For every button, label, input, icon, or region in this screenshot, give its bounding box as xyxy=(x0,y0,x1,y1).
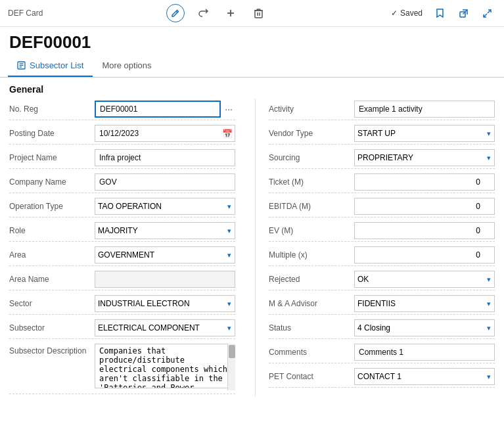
input-multiple[interactable] xyxy=(354,246,495,263)
control-area-name xyxy=(95,271,235,288)
control-project-name xyxy=(95,149,235,166)
select-ma-advisor[interactable]: FIDENTIIS xyxy=(354,295,495,312)
field-multiple: Multiple (x) xyxy=(269,244,495,266)
field-no-reg: No. Reg ··· xyxy=(9,99,235,120)
add-button[interactable] xyxy=(221,4,240,22)
label-ebitda: EBITDA (M) xyxy=(269,202,354,211)
field-status: Status 4 Closing xyxy=(269,317,495,339)
control-ev xyxy=(354,222,495,239)
field-comments: Comments xyxy=(269,342,495,363)
field-ebitda: EBITDA (M) xyxy=(269,196,495,218)
page-title: DEF00001 xyxy=(0,27,504,55)
edit-button[interactable] xyxy=(166,4,185,22)
expand-button[interactable] xyxy=(478,4,496,22)
list-icon xyxy=(17,61,26,70)
open-new-button[interactable] xyxy=(454,4,472,22)
input-area-name[interactable] xyxy=(95,271,235,288)
control-pet-contact: CONTACT 1 xyxy=(354,368,495,385)
label-ma-advisor: M & A Advisor xyxy=(269,299,354,308)
label-subsector-desc: Subsector Description xyxy=(9,344,95,355)
input-project-name[interactable] xyxy=(95,149,235,166)
label-ev: EV (M) xyxy=(269,226,354,235)
field-ev: EV (M) xyxy=(269,220,495,242)
window-controls xyxy=(430,4,496,22)
control-activity xyxy=(354,101,495,118)
select-vendor-type[interactable]: START UP xyxy=(354,125,495,142)
textarea-subsector-desc[interactable]: Companies that produce/distribute electr… xyxy=(95,344,235,388)
label-rejected: Rejected xyxy=(269,275,354,284)
input-posting-date[interactable] xyxy=(95,125,235,142)
input-ebitda[interactable] xyxy=(354,198,495,215)
label-company-name: Company Name xyxy=(9,177,95,187)
label-area-name: Area Name xyxy=(9,275,95,284)
select-pet-contact[interactable]: CONTACT 1 xyxy=(354,368,495,385)
scrollbar[interactable] xyxy=(227,344,235,390)
control-status: 4 Closing xyxy=(354,319,495,336)
field-ticket: Ticket (M) xyxy=(269,172,495,193)
input-company-name[interactable] xyxy=(95,173,235,191)
tab-more-options-label: More options xyxy=(102,60,151,70)
control-sector: INDUSTRIAL ELECTRON xyxy=(95,295,235,312)
app-title: DEF Card xyxy=(8,9,43,18)
label-area: Area xyxy=(9,250,95,260)
field-pet-contact: PET Contact CONTACT 1 xyxy=(269,366,495,388)
bookmark-button[interactable] xyxy=(430,4,449,22)
share-button[interactable] xyxy=(194,4,212,22)
label-sourcing: Sourcing xyxy=(269,153,354,162)
select-area[interactable]: GOVERNMENT xyxy=(95,246,235,263)
label-multiple: Multiple (x) xyxy=(269,250,354,260)
label-subsector: Subsector xyxy=(9,323,95,332)
control-ticket xyxy=(354,173,495,191)
control-role: MAJORITY xyxy=(95,222,235,239)
input-ev[interactable] xyxy=(354,222,495,239)
select-subsector[interactable]: ELECTRICAL COMPONENT xyxy=(95,319,235,336)
control-posting-date: 📅 xyxy=(95,125,235,142)
field-activity: Activity xyxy=(269,99,495,120)
input-activity[interactable] xyxy=(354,101,495,118)
tabs-bar: Subsector List More options xyxy=(0,55,504,78)
select-sourcing[interactable]: PROPRIETARY xyxy=(354,149,495,166)
control-ebitda xyxy=(354,198,495,215)
control-subsector-desc: Companies that produce/distribute electr… xyxy=(95,344,235,390)
control-company-name xyxy=(95,173,235,191)
control-vendor-type: START UP xyxy=(354,125,495,142)
label-ticket: Ticket (M) xyxy=(269,177,354,187)
input-comments[interactable] xyxy=(354,344,495,361)
field-posting-date: Posting Date 📅 xyxy=(9,123,235,145)
field-area: Area GOVERNMENT xyxy=(9,244,235,266)
column-divider xyxy=(255,99,256,397)
select-sector[interactable]: INDUSTRIAL ELECTRON xyxy=(95,295,235,312)
control-sourcing: PROPRIETARY xyxy=(354,149,495,166)
control-comments xyxy=(354,344,495,361)
delete-button[interactable] xyxy=(249,4,267,22)
top-bar: DEF Card xyxy=(0,0,504,27)
input-no-reg[interactable] xyxy=(95,101,221,118)
control-multiple xyxy=(354,246,495,263)
field-sector: Sector INDUSTRIAL ELECTRON xyxy=(9,293,235,315)
input-ticket[interactable] xyxy=(354,173,495,191)
label-sector: Sector xyxy=(9,299,95,308)
form-area: No. Reg ··· Posting Date 📅 Project Name xyxy=(0,99,504,397)
tab-more-options[interactable]: More options xyxy=(93,55,160,77)
control-area: GOVERNMENT xyxy=(95,246,235,263)
field-role: Role MAJORITY xyxy=(9,220,235,242)
label-no-reg: No. Reg xyxy=(9,104,95,114)
label-activity: Activity xyxy=(269,104,354,114)
control-subsector: ELECTRICAL COMPONENT xyxy=(95,319,235,336)
label-status: Status xyxy=(269,323,354,332)
label-pet-contact: PET Contact xyxy=(269,372,354,381)
right-column: Activity Vendor Type START UP Sourcing xyxy=(262,99,495,397)
label-vendor-type: Vendor Type xyxy=(269,129,354,138)
select-status[interactable]: 4 Closing xyxy=(354,319,495,336)
tab-subsector-list[interactable]: Subsector List xyxy=(8,55,93,77)
select-role[interactable]: MAJORITY xyxy=(95,222,235,239)
field-company-name: Company Name xyxy=(9,172,235,193)
scrollbar-thumb xyxy=(229,345,235,358)
section-general: General xyxy=(0,78,504,99)
no-reg-dots-button[interactable]: ··· xyxy=(222,104,235,114)
toolbar-actions xyxy=(51,4,383,22)
select-rejected[interactable]: OK xyxy=(354,271,495,288)
field-project-name: Project Name xyxy=(9,147,235,169)
field-subsector-desc: Subsector Description Companies that pro… xyxy=(9,342,235,394)
select-operation-type[interactable]: TAO OPERATION xyxy=(95,198,235,215)
